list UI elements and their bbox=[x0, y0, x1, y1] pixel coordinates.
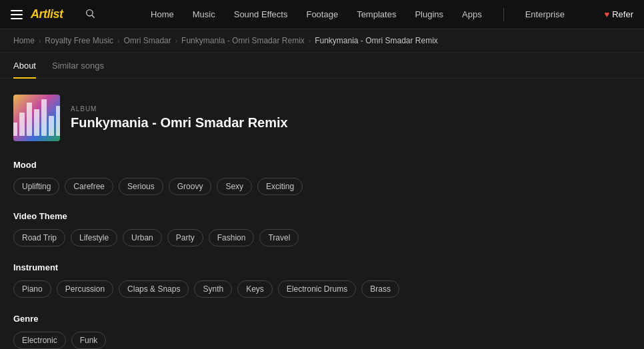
bar-3 bbox=[27, 103, 32, 136]
search-icon[interactable] bbox=[85, 8, 95, 21]
tag-keys[interactable]: Keys bbox=[237, 280, 273, 298]
tag-synth[interactable]: Synth bbox=[194, 280, 232, 298]
video-theme-tags: Road Trip Lifestyle Urban Party Fashion … bbox=[13, 229, 631, 246]
logo[interactable]: Artlist bbox=[31, 7, 63, 21]
tag-electronic[interactable]: Electronic bbox=[13, 332, 66, 349]
breadcrumb-sep-3: › bbox=[175, 37, 177, 45]
nav-apps[interactable]: Apps bbox=[462, 9, 482, 19]
svg-line-1 bbox=[92, 15, 95, 18]
tag-exciting[interactable]: Exciting bbox=[257, 178, 303, 195]
bar-5 bbox=[41, 99, 47, 136]
breadcrumb-artist[interactable]: Omri Smadar bbox=[123, 36, 171, 45]
album-art bbox=[13, 95, 60, 141]
tab-about[interactable]: About bbox=[13, 53, 36, 79]
tab-similar[interactable]: Similar songs bbox=[52, 53, 104, 79]
tag-sexy[interactable]: Sexy bbox=[217, 178, 252, 195]
album-title: Funkymania - Omri Smadar Remix bbox=[71, 115, 288, 131]
nav-footage[interactable]: Footage bbox=[306, 9, 338, 19]
tag-urban[interactable]: Urban bbox=[123, 229, 162, 246]
breadcrumb-sep-4: › bbox=[309, 37, 311, 45]
mood-tags: Uplifting Carefree Serious Groovy Sexy E… bbox=[13, 178, 631, 195]
nav-home[interactable]: Home bbox=[151, 9, 174, 19]
mood-title: Mood bbox=[13, 160, 631, 170]
breadcrumb-sep-2: › bbox=[117, 37, 119, 45]
tag-uplifting[interactable]: Uplifting bbox=[13, 178, 59, 195]
tag-carefree[interactable]: Carefree bbox=[65, 178, 113, 195]
nav-right: ♥ Refer bbox=[604, 9, 633, 19]
tag-fashion[interactable]: Fashion bbox=[209, 229, 255, 246]
nav-divider bbox=[503, 8, 504, 21]
menu-icon[interactable] bbox=[11, 10, 23, 19]
breadcrumb-royalty[interactable]: Royalty Free Music bbox=[45, 36, 113, 45]
instrument-title: Instrument bbox=[13, 262, 631, 272]
bar-6 bbox=[49, 116, 54, 136]
nav-music[interactable]: Music bbox=[193, 9, 215, 19]
refer-button[interactable]: ♥ Refer bbox=[604, 9, 633, 19]
tag-electronic-drums[interactable]: Electronic Drums bbox=[278, 280, 356, 298]
genre-title: Genre bbox=[13, 314, 631, 324]
breadcrumb: Home › Royalty Free Music › Omri Smadar … bbox=[0, 29, 644, 53]
tag-lifestyle[interactable]: Lifestyle bbox=[71, 229, 117, 246]
heart-icon: ♥ bbox=[604, 9, 609, 19]
tag-funk[interactable]: Funk bbox=[71, 332, 107, 349]
breadcrumb-current: Funkymania - Omri Smadar Remix bbox=[315, 36, 438, 45]
album-label: ALBUM bbox=[71, 105, 288, 113]
video-theme-title: Video Theme bbox=[13, 211, 631, 221]
bar-2 bbox=[19, 113, 25, 136]
genre-section: Genre Electronic Funk bbox=[13, 314, 631, 349]
tag-piano[interactable]: Piano bbox=[13, 280, 51, 298]
album-info: ALBUM Funkymania - Omri Smadar Remix bbox=[71, 105, 288, 131]
instrument-tags: Piano Percussion Claps & Snaps Synth Key… bbox=[13, 280, 631, 298]
tag-percussion[interactable]: Percussion bbox=[57, 280, 113, 298]
breadcrumb-home[interactable]: Home bbox=[13, 36, 35, 45]
album-header: ALBUM Funkymania - Omri Smadar Remix bbox=[13, 95, 631, 141]
tag-travel[interactable]: Travel bbox=[259, 229, 299, 246]
genre-tags: Electronic Funk bbox=[13, 332, 631, 349]
bar-4 bbox=[34, 109, 39, 136]
tag-groovy[interactable]: Groovy bbox=[169, 178, 212, 195]
content-area: ALBUM Funkymania - Omri Smadar Remix Moo… bbox=[0, 79, 644, 349]
tag-claps-snaps[interactable]: Claps & Snaps bbox=[119, 280, 189, 298]
mood-section: Mood Uplifting Carefree Serious Groovy S… bbox=[13, 160, 631, 195]
nav-templates[interactable]: Templates bbox=[357, 9, 396, 19]
video-theme-section: Video Theme Road Trip Lifestyle Urban Pa… bbox=[13, 211, 631, 246]
tabs-bar: About Similar songs bbox=[0, 53, 644, 79]
nav-links: Home Music Sound Effects Footage Templat… bbox=[111, 8, 605, 21]
breadcrumb-sep-1: › bbox=[39, 37, 41, 45]
tag-party[interactable]: Party bbox=[167, 229, 203, 246]
breadcrumb-album[interactable]: Funkymania - Omri Smadar Remix bbox=[181, 36, 305, 45]
instrument-section: Instrument Piano Percussion Claps & Snap… bbox=[13, 262, 631, 298]
tag-serious[interactable]: Serious bbox=[119, 178, 163, 195]
bar-1 bbox=[13, 123, 17, 136]
nav-sound-effects[interactable]: Sound Effects bbox=[234, 9, 288, 19]
nav-plugins[interactable]: Plugins bbox=[415, 9, 443, 19]
tag-road-trip[interactable]: Road Trip bbox=[13, 229, 65, 246]
album-art-bars bbox=[13, 99, 60, 136]
tag-brass[interactable]: Brass bbox=[361, 280, 399, 298]
nav-enterprise[interactable]: Enterprise bbox=[525, 9, 565, 19]
refer-label: Refer bbox=[612, 9, 633, 19]
bar-7 bbox=[56, 106, 60, 136]
svg-point-0 bbox=[86, 10, 92, 16]
